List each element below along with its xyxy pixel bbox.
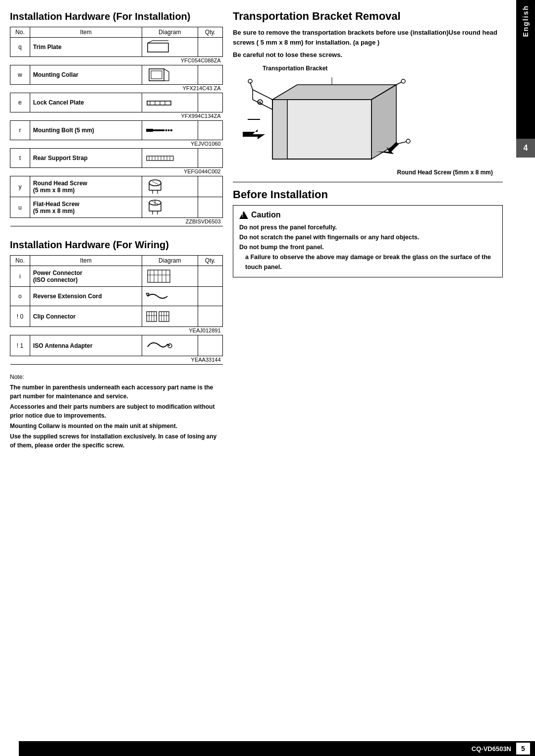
- svg-rect-9: [147, 101, 171, 105]
- row-item: Reverse Extension Cord: [30, 287, 142, 306]
- col-header-qty: Qty.: [198, 27, 222, 38]
- row-qty: [198, 176, 222, 197]
- table-row: t Rear Support Strap: [10, 149, 223, 168]
- row-num: ! 0: [10, 306, 30, 327]
- caution-item-3: Do not bump the front panel.: [239, 242, 496, 252]
- row-qty: [198, 38, 222, 57]
- row-diagram: [142, 38, 198, 57]
- wiring-table: No. Item Diagram Qty. i Power Connector(…: [10, 255, 223, 365]
- row-num: q: [10, 38, 30, 57]
- table-row: i Power Connector(ISO connector): [10, 266, 223, 287]
- model-number: CQ-VD6503N: [472, 745, 511, 753]
- caution-item-2: Do not scratch the panel with fingernail…: [239, 232, 496, 242]
- part-num-row: YEAA33144: [10, 356, 223, 365]
- row-num: i: [10, 266, 30, 287]
- col-header-diagram: Diagram: [142, 256, 198, 266]
- row-qty: [198, 93, 222, 112]
- page-number: 4: [524, 144, 528, 153]
- transport-note2: Be careful not to lose these screws.: [233, 50, 503, 60]
- row-num: e: [10, 93, 30, 112]
- svg-line-34: [152, 181, 158, 184]
- row-diagram: [142, 287, 198, 306]
- row-qty: [198, 266, 222, 287]
- row-item: Clip Connector: [30, 306, 142, 327]
- divider: [233, 182, 503, 182]
- language-sidebar: English: [516, 0, 535, 139]
- language-label: English: [522, 5, 530, 37]
- col-header-item: Item: [30, 27, 142, 38]
- part-num-row: YEJVO1060: [10, 140, 223, 149]
- row-item: ISO Antenna Adapter: [30, 335, 142, 356]
- col-header-diagram: Diagram: [142, 27, 198, 38]
- caution-box: Caution Do not press the panel forcefull…: [233, 205, 503, 277]
- section-title-installation: Installation Hardware (For Installation): [10, 10, 223, 23]
- bottom-bar: CQ-VD6503N 5: [19, 741, 535, 756]
- svg-point-68: [401, 79, 405, 83]
- row-qty: [198, 306, 222, 327]
- part-number: YEJVO1060: [10, 140, 223, 149]
- note-label: Note:: [10, 373, 223, 381]
- caution-item-4: a Failure to observe the above may damag…: [239, 252, 496, 272]
- svg-rect-14: [146, 129, 153, 132]
- table-row: u Flat-Head Screw(5 mm x 8 mm): [10, 197, 223, 218]
- part-num-row: YEFG044C002: [10, 168, 223, 176]
- bracket-label: Transportation Bracket: [233, 65, 503, 72]
- part-number: YFX214C43 ZA: [10, 85, 223, 93]
- svg-rect-65: [272, 100, 287, 159]
- row-qty: [198, 65, 222, 85]
- col-header-qty: Qty.: [198, 256, 222, 266]
- bracket-svg: [233, 75, 441, 174]
- section-title-wiring: Installation Hardware (For Wiring): [10, 238, 223, 251]
- svg-rect-19: [147, 156, 173, 161]
- part-num-row: YEAJ012891: [10, 327, 223, 335]
- table-row: e Lock Cancel Plate: [10, 93, 223, 112]
- note-p2: Accessories and their parts numbers are …: [10, 402, 223, 420]
- row-diagram: [142, 93, 198, 112]
- transport-note3: Be careful not to lose these screws.: [233, 51, 342, 58]
- part-number: YFC054C088ZA: [10, 57, 223, 65]
- row-qty: [198, 149, 222, 168]
- row-diagram: [142, 306, 198, 327]
- part-num-row: YFX994C134ZA: [10, 112, 223, 121]
- caution-title: Caution: [239, 211, 496, 219]
- part-num-row: YFX214C43 ZA: [10, 85, 223, 93]
- part-number: YEAJ012891: [10, 327, 223, 335]
- svg-line-6: [164, 69, 169, 72]
- table-row: q Trim Plate: [10, 38, 223, 57]
- row-diagram: [142, 335, 198, 356]
- table-row: ! 1 ISO Antenna Adapter: [10, 335, 223, 356]
- col-header-item: Item: [30, 256, 142, 266]
- part-number: ZZBISVD6503: [10, 218, 223, 226]
- transport-note: Be sure to remove the transportation bra…: [233, 28, 503, 47]
- table-row: r Mounting Bolt (5 mm): [10, 121, 223, 140]
- row-item: Round Head Screw(5 mm x 8 mm): [30, 176, 142, 197]
- svg-marker-73: [243, 129, 265, 139]
- row-qty: [198, 197, 222, 218]
- page-right-number: 5: [516, 743, 530, 755]
- row-diagram: [142, 121, 198, 140]
- caution-triangle-icon: [239, 211, 248, 219]
- row-item: Rear Support Strap: [30, 149, 142, 168]
- part-number: YFX994C134ZA: [10, 112, 223, 121]
- row-diagram: [142, 176, 198, 197]
- svg-rect-0: [148, 43, 168, 52]
- svg-point-69: [406, 139, 410, 143]
- row-qty: [198, 121, 222, 140]
- row-diagram: [142, 149, 198, 168]
- table-row: y Round Head Screw(5 mm x 8 mm): [10, 176, 223, 197]
- row-num: ! 1: [10, 335, 30, 356]
- row-num: w: [10, 65, 30, 85]
- col-header-no: No.: [10, 256, 30, 266]
- note-p3: Mounting Collarw is mounted on the main …: [10, 422, 223, 431]
- row-diagram: [142, 266, 198, 287]
- caution-label: Caution: [251, 211, 281, 219]
- row-num: u: [10, 197, 30, 218]
- part-num-row: ZZBISVD6503: [10, 218, 223, 226]
- row-item: Mounting Bolt (5 mm): [30, 121, 142, 140]
- installation-table: No. Item Diagram Qty. q Trim Plate: [10, 27, 223, 226]
- row-item: Power Connector(ISO connector): [30, 266, 142, 287]
- caution-item-1: Do not press the panel forcefully.: [239, 222, 496, 232]
- bracket-diagram: Transportation Bracket: [233, 65, 503, 176]
- caution-text: Do not press the panel forcefully. Do no…: [239, 222, 496, 272]
- row-diagram: [142, 197, 198, 218]
